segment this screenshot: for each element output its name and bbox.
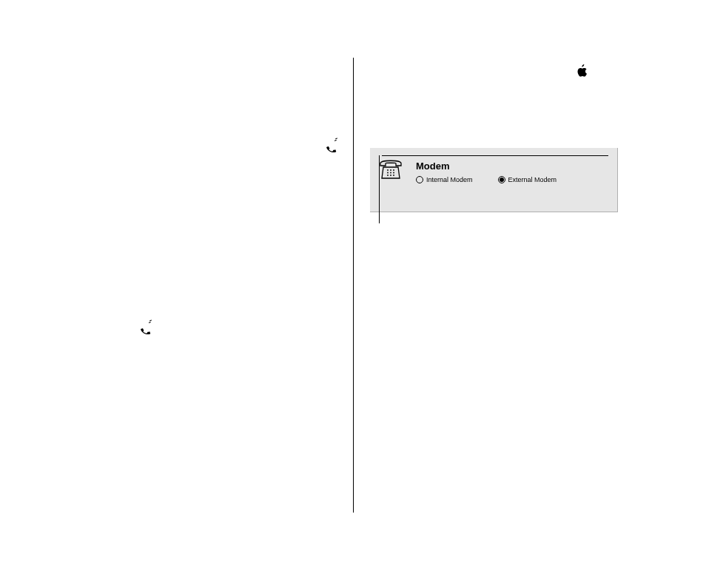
modem-options: Internal Modem External Modem bbox=[416, 176, 605, 183]
phone-icon bbox=[139, 325, 153, 339]
svg-point-6 bbox=[387, 175, 389, 176]
svg-point-2 bbox=[393, 169, 394, 171]
svg-point-8 bbox=[393, 175, 394, 176]
svg-point-4 bbox=[390, 172, 391, 174]
radio-label: External Modem bbox=[508, 176, 557, 183]
page-divider bbox=[353, 58, 354, 513]
svg-point-7 bbox=[390, 175, 391, 176]
modem-panel: Modem Internal Modem External Modem bbox=[370, 148, 618, 212]
apple-icon bbox=[576, 64, 588, 80]
modem-group: Modem Internal Modem External Modem bbox=[379, 155, 608, 191]
radio-label: Internal Modem bbox=[426, 176, 473, 183]
radio-external-modem[interactable]: External Modem bbox=[498, 176, 557, 183]
svg-point-5 bbox=[393, 172, 394, 174]
radio-internal-modem[interactable]: Internal Modem bbox=[416, 176, 473, 183]
svg-point-0 bbox=[387, 169, 389, 171]
modem-title: Modem bbox=[416, 160, 605, 172]
radio-indicator bbox=[416, 176, 423, 183]
telephone-icon bbox=[379, 158, 403, 183]
svg-point-3 bbox=[387, 172, 389, 174]
radio-indicator-selected bbox=[498, 176, 505, 183]
phone-icon bbox=[325, 143, 339, 158]
svg-point-1 bbox=[390, 169, 391, 171]
